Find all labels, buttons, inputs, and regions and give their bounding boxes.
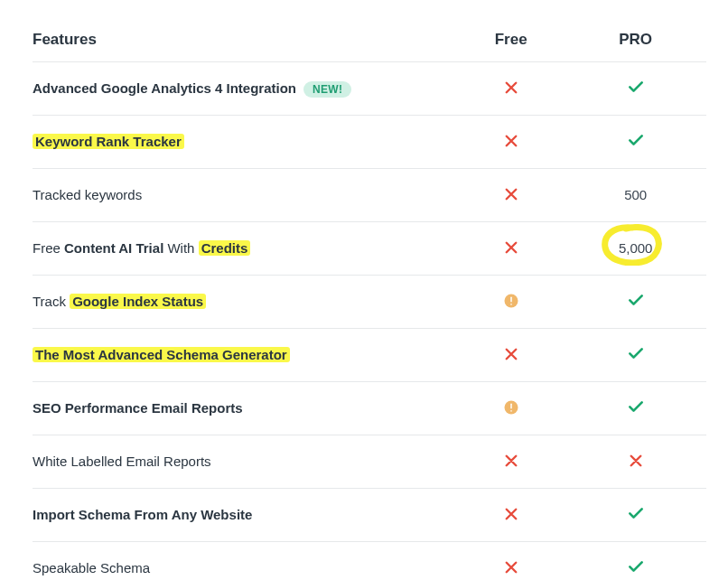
pro-cell [565, 62, 706, 116]
svg-rect-2 [510, 304, 512, 305]
free-cell [457, 169, 565, 222]
free-cell [457, 62, 565, 116]
feature-label: Speakable Schema [33, 560, 150, 575]
pro-value: 5,000 [619, 240, 653, 256]
table-row: Keyword Rank Tracker [33, 116, 706, 169]
feature-label: Import Schema From Any Website [33, 507, 252, 522]
table-row: Track Google Index Status [33, 276, 706, 329]
feature-label: Free Content AI Trial With Credits [33, 240, 250, 256]
check-icon [627, 398, 645, 416]
svg-rect-5 [510, 410, 512, 412]
feature-label: SEO Performance Email Reports [33, 400, 243, 416]
cross-icon [502, 505, 520, 523]
pro-cell [565, 382, 706, 435]
feature-label: Tracked keywords [33, 187, 142, 202]
warning-icon [502, 398, 520, 416]
new-badge: NEW! [303, 81, 351, 98]
cross-icon [502, 452, 520, 470]
check-icon [627, 504, 645, 522]
pro-cell [565, 276, 706, 329]
cross-icon [502, 345, 520, 363]
feature-label: The Most Advanced Schema Generator [33, 347, 290, 362]
table-row: Speakable Schema [33, 542, 706, 581]
free-cell [457, 382, 565, 435]
feature-label: Track Google Index Status [33, 294, 206, 309]
table-row: Tracked keywords500 [33, 169, 706, 222]
features-comparison-table: Features Free PRO Advanced Google Analyt… [33, 18, 706, 580]
feature-label: White Labelled Email Reports [33, 454, 211, 469]
table-row: Free Content AI Trial With Credits5,000 [33, 222, 706, 276]
pro-value: 500 [624, 187, 647, 202]
pro-cell [565, 435, 706, 489]
check-icon [627, 78, 645, 96]
table-row: White Labelled Email Reports [33, 435, 706, 489]
free-cell [457, 329, 565, 382]
pro-cell [565, 116, 706, 169]
col-header-features: Features [33, 18, 457, 62]
check-icon [627, 131, 645, 149]
cross-icon [502, 132, 520, 150]
cross-icon [627, 452, 645, 470]
pro-cell [565, 542, 706, 581]
free-cell [457, 116, 565, 169]
cross-icon [502, 239, 520, 257]
col-header-free: Free [457, 18, 565, 62]
pro-cell [565, 489, 706, 542]
feature-label: Advanced Google Analytics 4 Integration [33, 80, 296, 96]
check-icon [627, 344, 645, 362]
free-cell [457, 222, 565, 276]
pro-cell: 500 [565, 169, 706, 222]
pro-cell: 5,000 [565, 222, 706, 276]
table-row: Advanced Google Analytics 4 IntegrationN… [33, 62, 706, 116]
check-icon [627, 557, 645, 575]
pro-cell [565, 329, 706, 382]
free-cell [457, 276, 565, 329]
check-icon [627, 291, 645, 309]
col-header-pro: PRO [565, 18, 706, 62]
svg-rect-4 [510, 403, 512, 408]
cross-icon [502, 79, 520, 97]
cross-icon [502, 558, 520, 576]
cross-icon [502, 185, 520, 203]
warning-icon [502, 292, 520, 310]
free-cell [457, 542, 565, 581]
svg-rect-1 [510, 296, 512, 302]
free-cell [457, 489, 565, 542]
table-row: The Most Advanced Schema Generator [33, 329, 706, 382]
feature-label: Keyword Rank Tracker [33, 134, 184, 149]
free-cell [457, 435, 565, 489]
table-row: Import Schema From Any Website [33, 489, 706, 542]
table-row: SEO Performance Email Reports [33, 382, 706, 435]
